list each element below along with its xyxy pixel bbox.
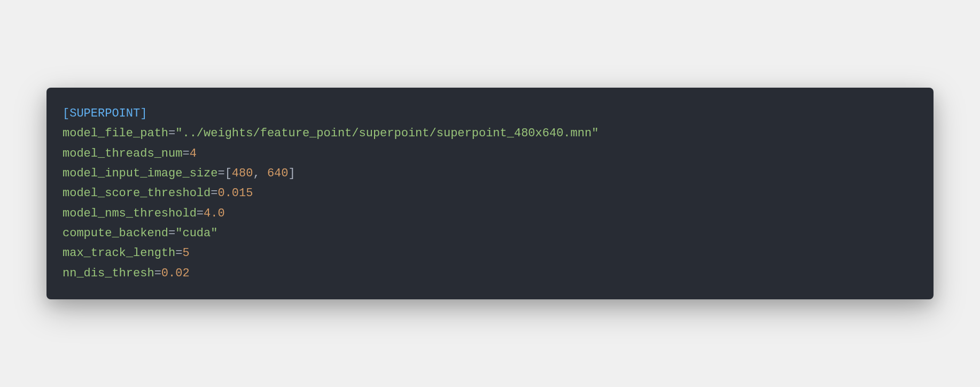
bracket-open: [ — [225, 167, 232, 180]
config-key: model_nms_threshold — [63, 207, 197, 220]
config-key: max_track_length — [63, 246, 175, 260]
config-value: "../weights/feature_point/superpoint/sup… — [175, 127, 598, 140]
array-item: 480 — [232, 167, 253, 180]
config-key: model_score_threshold — [63, 187, 211, 200]
config-key: nn_dis_thresh — [63, 267, 154, 280]
config-line: model_file_path="../weights/feature_poin… — [63, 123, 917, 143]
config-key: model_input_image_size — [63, 167, 217, 180]
config-line: model_input_image_size=[480, 640] — [63, 164, 917, 183]
config-value: 0.02 — [161, 267, 190, 280]
section-label: [SUPERPOINT] — [63, 107, 147, 120]
array-item: 640 — [267, 167, 289, 180]
equals-sign: = — [211, 187, 217, 200]
config-line: max_track_length=5 — [63, 243, 917, 263]
equals-sign: = — [175, 246, 182, 260]
config-key: model_file_path — [63, 127, 168, 140]
equals-sign: = — [154, 267, 161, 280]
equals-sign: = — [182, 147, 189, 160]
config-value: 4 — [190, 147, 197, 160]
equals-sign: = — [168, 127, 175, 140]
equals-sign: = — [197, 207, 204, 220]
config-line: nn_dis_thresh=0.02 — [63, 264, 917, 283]
config-value: 5 — [182, 246, 189, 260]
equals-sign: = — [168, 227, 175, 240]
config-line: compute_backend="cuda" — [63, 223, 917, 243]
config-line: model_nms_threshold=4.0 — [63, 204, 917, 223]
config-line: model_threads_num=4 — [63, 144, 917, 164]
config-value: 4.0 — [204, 207, 225, 220]
config-value: 0.015 — [217, 187, 253, 200]
config-key: compute_backend — [63, 227, 168, 240]
bracket-close: ] — [288, 167, 295, 180]
array-separator: , — [253, 167, 267, 180]
config-key: model_threads_num — [63, 147, 182, 160]
config-section-header: [SUPERPOINT] — [63, 104, 917, 123]
config-value: "cuda" — [175, 227, 217, 240]
code-block: [SUPERPOINT] model_file_path="../weights… — [46, 88, 934, 300]
config-line: model_score_threshold=0.015 — [63, 183, 917, 203]
equals-sign: = — [217, 167, 224, 180]
